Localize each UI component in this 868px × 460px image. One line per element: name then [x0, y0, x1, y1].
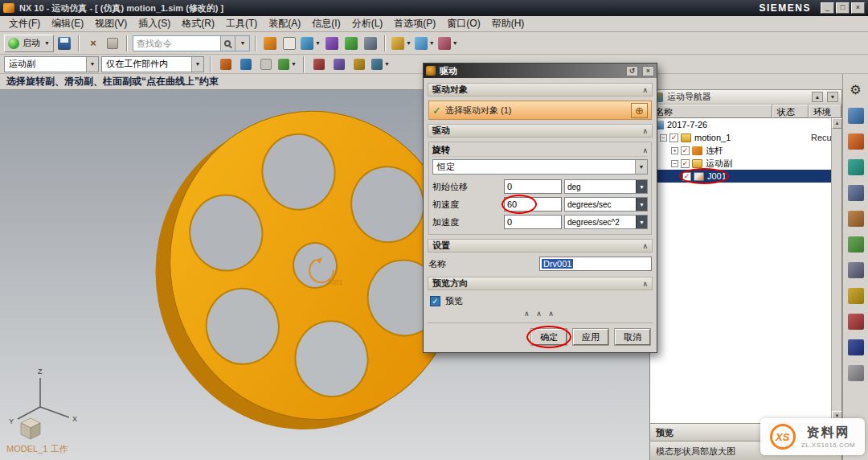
window-layout-button[interactable]: ▼ [414, 35, 436, 52]
render-style-button[interactable]: ▼ [391, 35, 412, 52]
tree-row-motion[interactable]: − ✓ motion_1 Recurd [650, 131, 831, 144]
process-studio-icon[interactable] [848, 288, 864, 304]
minimize-button[interactable]: _ [821, 2, 834, 14]
joints-checkbox[interactable]: ✓ [681, 159, 690, 168]
chevron-down-icon: ▼ [635, 160, 647, 174]
maximize-button[interactable]: □ [836, 2, 850, 14]
links-checkbox[interactable]: ✓ [681, 146, 690, 155]
navigator-collapse-button[interactable]: ▲ [812, 92, 823, 102]
snap-quadrant-button[interactable] [330, 55, 348, 73]
menu-format[interactable]: 格式(R) [176, 15, 220, 32]
snap-tangent-button[interactable] [350, 55, 368, 73]
rotate-view-button[interactable] [342, 35, 360, 52]
search-button[interactable] [220, 36, 235, 51]
joint-marker-label: J001 [327, 278, 343, 286]
orient-view-button[interactable]: ▼ [300, 35, 321, 52]
dialog-collapse-handle[interactable]: ∧ ∧ ∧ [428, 310, 653, 320]
display-options-button[interactable]: ▼ [437, 35, 459, 52]
initial-displacement-input[interactable] [504, 179, 562, 194]
apply-button[interactable]: 应用 [573, 329, 608, 345]
snap-point-button[interactable] [217, 55, 235, 73]
chevron-down-icon: ▼ [452, 40, 458, 46]
menu-assembly[interactable]: 装配(A) [263, 15, 306, 32]
navigator-scrollbar[interactable]: ▲ ▼ [831, 118, 841, 421]
snap-center-button[interactable]: ▼ [277, 55, 297, 73]
motion-checkbox[interactable]: ✓ [669, 133, 678, 142]
menu-analysis[interactable]: 分析(L) [346, 15, 389, 32]
collapse-expander-icon[interactable]: − [671, 160, 678, 167]
column-environment[interactable]: 环境 [809, 105, 841, 118]
dialog-title-bar[interactable]: 驱动 ↺ × [424, 64, 657, 78]
drive-object-section[interactable]: 驱动对象 ∧ [428, 83, 653, 97]
menu-help[interactable]: 帮助(H) [486, 15, 530, 32]
preview-row: ✓ 预览 [428, 292, 653, 310]
part-navigator-icon[interactable] [848, 159, 864, 175]
name-input[interactable]: Drv001 [539, 257, 652, 271]
expand-icon[interactable]: + [671, 147, 678, 154]
snap-endpoint-button[interactable] [237, 55, 255, 73]
snap-midpoint-button[interactable] [257, 55, 275, 73]
menu-file[interactable]: 文件(F) [3, 15, 46, 32]
history-icon[interactable] [848, 262, 864, 278]
tree-row-date[interactable]: 2017-7-26 [650, 118, 831, 131]
settings-section[interactable]: 设置 ∧ [428, 239, 653, 253]
tree-row-j001[interactable]: ✓ J001 [650, 170, 831, 183]
search-input[interactable] [133, 37, 220, 50]
collapse-expander-icon[interactable]: − [660, 134, 667, 142]
navigator-menu-button[interactable]: ▼ [827, 92, 838, 102]
constraint-navigator-icon[interactable] [848, 133, 864, 150]
preview-checkbox[interactable]: ✓ [430, 296, 440, 306]
menu-tools[interactable]: 工具(T) [220, 15, 263, 32]
velocity-unit-combo[interactable]: degrees/sec ▼ [564, 197, 648, 212]
type-filter-combo[interactable]: 运动副 ▼ [4, 56, 99, 72]
menu-information[interactable]: 信息(I) [306, 15, 346, 32]
initial-velocity-input[interactable] [504, 197, 562, 212]
displacement-unit-combo[interactable]: deg ▼ [564, 179, 648, 194]
snap-options-button[interactable]: ▼ [371, 55, 391, 73]
scope-filter-combo[interactable]: 仅在工作部件内 ▼ [101, 56, 204, 72]
menu-preferences[interactable]: 首选项(P) [388, 15, 441, 32]
roles-icon[interactable] [848, 339, 864, 355]
save-button[interactable] [55, 35, 73, 52]
menu-window[interactable]: 窗口(O) [441, 15, 485, 32]
wireframe-view-button[interactable] [280, 35, 298, 52]
shaded-view-button[interactable] [261, 35, 279, 52]
web-browser-icon[interactable] [848, 236, 864, 253]
tree-row-joints[interactable]: − ✓ 运动副 [650, 157, 831, 170]
preview-direction-section[interactable]: 预览方向 ∧ [428, 277, 653, 290]
ok-button[interactable]: 确定 [531, 329, 567, 345]
cancel-button[interactable]: 取消 [615, 329, 650, 345]
acceleration-input[interactable] [504, 215, 562, 229]
acceleration-unit-combo[interactable]: degrees/sec^2 ▼ [564, 215, 648, 229]
paste-button[interactable] [104, 35, 121, 52]
column-name[interactable]: 名称 [650, 105, 772, 118]
dialog-reset-button[interactable]: ↺ [626, 66, 638, 76]
profile-combo[interactable]: 恒定 ▼ [432, 159, 648, 175]
tree-row-links[interactable]: + ✓ 连杆 [650, 144, 831, 157]
select-object-button[interactable]: ⊕ [631, 103, 648, 118]
j001-checkbox[interactable]: ✓ [682, 172, 691, 181]
snap-intersection-button[interactable] [310, 55, 328, 73]
dialog-close-button[interactable]: × [642, 66, 654, 76]
reuse-library-icon[interactable] [848, 185, 864, 201]
cut-button[interactable]: × [84, 35, 102, 52]
system-materials-icon[interactable] [848, 365, 864, 381]
column-status[interactable]: 状态 [772, 105, 809, 118]
paste-icon [107, 38, 118, 49]
menu-view[interactable]: 视图(V) [89, 15, 133, 32]
zoom-button[interactable] [323, 35, 341, 52]
start-button[interactable]: 启动 ▼ [4, 35, 54, 52]
select-drive-object-row[interactable]: ✓ 选择驱动对象 (1) ⊕ [428, 101, 652, 120]
close-button[interactable]: × [851, 2, 865, 14]
manufacturing-wizard-icon[interactable] [848, 314, 864, 330]
menu-edit[interactable]: 编辑(E) [46, 15, 89, 32]
assembly-navigator-icon[interactable] [848, 108, 864, 124]
rotation-subsection[interactable]: 旋转 ∧ [432, 144, 648, 157]
gear-icon[interactable]: ⚙ [848, 82, 864, 98]
menu-insert[interactable]: 插入(S) [133, 15, 176, 32]
hd3d-tools-icon[interactable] [848, 211, 864, 227]
drive-section[interactable]: 驱动 ∧ [428, 124, 653, 138]
fit-view-button[interactable] [362, 35, 379, 52]
scroll-up-icon[interactable]: ▲ [832, 118, 842, 129]
search-dropdown-button[interactable]: ▼ [235, 36, 249, 51]
